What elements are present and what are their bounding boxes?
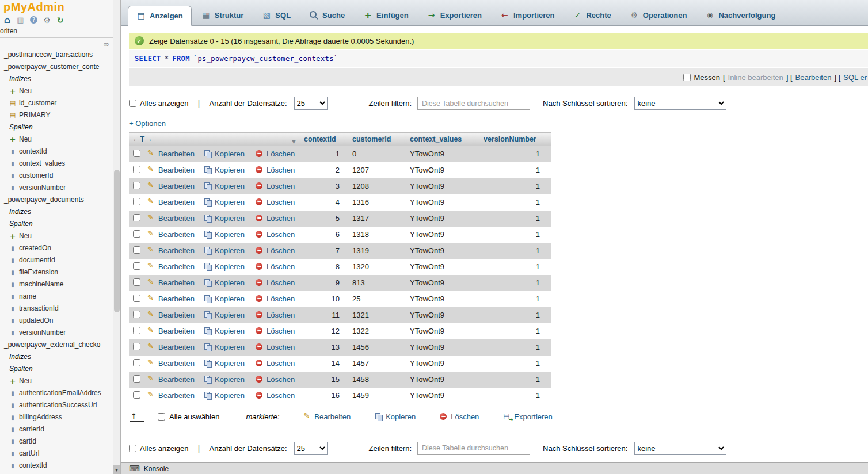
tree-item[interactable]: Spalten — [0, 363, 114, 375]
row-checkbox[interactable] — [133, 375, 140, 383]
row-copy-link[interactable]: Kopieren — [204, 278, 245, 287]
row-edit-link[interactable]: Bearbeiten — [147, 311, 195, 319]
phpmyadmin-logo[interactable]: pMyAdmin — [0, 0, 120, 13]
nav-toolbar-icon[interactable] — [42, 15, 52, 25]
tab[interactable]: Exportieren — [418, 5, 490, 25]
row-edit-link[interactable]: Bearbeiten — [147, 262, 195, 271]
row-checkbox[interactable] — [133, 311, 140, 318]
sql-keyword-select[interactable]: SELECT — [135, 55, 161, 63]
tree-item[interactable]: authenticationEmailAddres — [0, 387, 114, 399]
row-delete-link[interactable]: Löschen — [256, 246, 295, 255]
tab[interactable]: Einfügen — [355, 5, 417, 25]
row-copy-link[interactable]: Kopieren — [204, 295, 245, 303]
tree-item[interactable]: _powerpaycw_external_checko — [0, 339, 114, 351]
selected-export-button[interactable]: Exportieren — [503, 412, 552, 421]
row-copy-link[interactable]: Kopieren — [204, 359, 245, 368]
column-header[interactable]: versionNumber — [480, 133, 551, 146]
header-toggle[interactable]: ←T→ — [132, 135, 153, 143]
row-edit-link[interactable]: Bearbeiten — [147, 327, 195, 335]
check-all-checkbox[interactable] — [158, 413, 165, 421]
row-edit-link[interactable]: Bearbeiten — [147, 166, 195, 174]
tree-item[interactable]: versionNumber — [0, 182, 114, 194]
row-delete-link[interactable]: Löschen — [256, 391, 295, 400]
tree-item[interactable]: carrierId — [0, 423, 114, 435]
tree-item[interactable]: billingAddress — [0, 411, 114, 423]
row-checkbox[interactable] — [133, 198, 140, 205]
selected-copy-button[interactable]: Kopieren — [375, 412, 416, 421]
row-checkbox[interactable] — [133, 262, 140, 270]
row-edit-link[interactable]: Bearbeiten — [147, 343, 195, 351]
row-copy-link[interactable]: Kopieren — [204, 150, 245, 158]
tree-item[interactable]: Indizes — [0, 73, 114, 85]
tree-item[interactable]: updatedOn — [0, 315, 114, 327]
row-edit-link[interactable]: Bearbeiten — [147, 278, 195, 287]
nav-toolbar-icon[interactable] — [2, 15, 12, 25]
page-size-select[interactable]: 25 — [294, 97, 328, 110]
sidebar-scrollbar-thumb[interactable] — [114, 170, 120, 312]
show-all-toggle-bottom[interactable]: Alles anzeigen — [129, 444, 189, 453]
row-checkbox[interactable] — [133, 391, 140, 399]
tree-item[interactable]: Indizes — [0, 351, 114, 363]
row-edit-link[interactable]: Bearbeiten — [147, 150, 195, 158]
page-size-select-bottom[interactable]: 25 — [294, 442, 328, 455]
row-checkbox[interactable] — [133, 166, 140, 173]
row-edit-link[interactable]: Bearbeiten — [147, 182, 195, 190]
tree-item[interactable]: contextId — [0, 146, 114, 158]
row-checkbox[interactable] — [133, 327, 140, 334]
row-delete-link[interactable]: Löschen — [256, 311, 295, 319]
sort-key-select-bottom[interactable]: keine — [634, 442, 726, 455]
row-checkbox[interactable] — [133, 278, 140, 286]
row-edit-link[interactable]: Bearbeiten — [147, 295, 195, 303]
row-checkbox[interactable] — [133, 359, 140, 366]
tab[interactable]: Nachverfolgung — [696, 5, 784, 25]
row-edit-link[interactable]: Bearbeiten — [147, 214, 195, 223]
filter-input-bottom[interactable] — [417, 442, 530, 455]
row-checkbox[interactable] — [133, 246, 140, 254]
tab[interactable]: Anzeigen — [128, 6, 192, 26]
row-edit-link[interactable]: Bearbeiten — [147, 230, 195, 239]
row-delete-link[interactable]: Löschen — [256, 327, 295, 335]
row-delete-link[interactable]: Löschen — [256, 278, 295, 287]
check-all-toggle[interactable]: Alle auswählen — [158, 412, 219, 421]
row-checkbox[interactable] — [133, 150, 140, 157]
row-copy-link[interactable]: Kopieren — [204, 182, 245, 190]
sidebar-scrollbar[interactable] — [113, 0, 120, 474]
options-toggle[interactable]: + Optionen — [129, 119, 166, 128]
profiling-checkbox[interactable] — [683, 74, 691, 81]
tab[interactable]: Struktur — [193, 5, 253, 25]
selected-edit-button[interactable]: Bearbeiten — [303, 412, 351, 421]
show-all-toggle[interactable]: Alles anzeigen — [129, 99, 189, 108]
tree-item[interactable]: cartUrl — [0, 448, 114, 460]
nav-toolbar-icon[interactable] — [29, 15, 39, 25]
row-edit-link[interactable]: Bearbeiten — [147, 359, 195, 368]
row-copy-link[interactable]: Kopieren — [204, 198, 245, 207]
row-delete-link[interactable]: Löschen — [256, 198, 295, 207]
show-all-checkbox-bottom[interactable] — [129, 445, 136, 452]
tree-item[interactable]: cartId — [0, 435, 114, 448]
tree-item[interactable]: PRIMARY — [0, 109, 114, 121]
row-delete-link[interactable]: Löschen — [256, 182, 295, 190]
explain-sql-link[interactable]: SQL er — [843, 73, 867, 82]
tree-item[interactable]: createdOn — [0, 242, 114, 254]
tab[interactable]: Importieren — [492, 5, 564, 25]
row-copy-link[interactable]: Kopieren — [204, 262, 245, 271]
edit-query-link[interactable]: Bearbeiten — [795, 73, 832, 82]
row-checkbox[interactable] — [133, 295, 140, 302]
tree-item[interactable]: Neu — [0, 375, 114, 387]
row-edit-link[interactable]: Bearbeiten — [147, 391, 195, 400]
tree-item[interactable]: customerId — [0, 170, 114, 182]
row-delete-link[interactable]: Löschen — [256, 359, 295, 368]
nav-toolbar-icon[interactable] — [55, 15, 65, 25]
nav-toolbar-icon[interactable] — [16, 15, 25, 25]
row-edit-link[interactable]: Bearbeiten — [147, 246, 195, 255]
tree-item[interactable]: Neu — [0, 85, 114, 97]
tab[interactable]: SQL — [253, 5, 299, 25]
row-copy-link[interactable]: Kopieren — [204, 311, 245, 319]
tree-item[interactable]: versionNumber — [0, 327, 114, 339]
row-copy-link[interactable]: Kopieren — [204, 166, 245, 174]
row-copy-link[interactable]: Kopieren — [204, 214, 245, 223]
tree-item[interactable]: fileExtension — [0, 266, 114, 278]
tree-item[interactable]: _powerpaycw_customer_conte — [0, 61, 114, 73]
tree-item[interactable]: _powerpaycw_documents — [0, 194, 114, 206]
row-checkbox[interactable] — [133, 343, 140, 350]
